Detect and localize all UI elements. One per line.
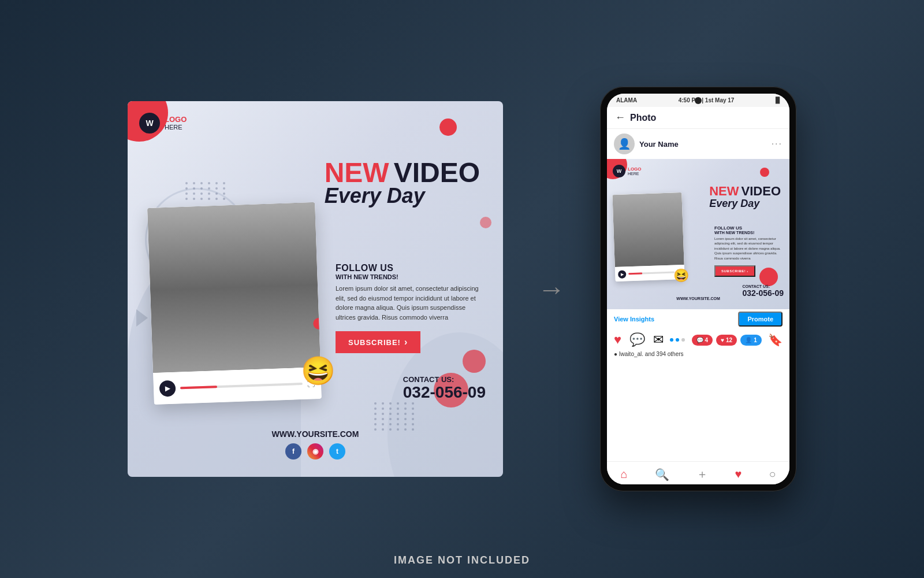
mp-logo: W LOGO HERE	[613, 165, 642, 177]
nav-title: Photo	[630, 113, 656, 123]
progress-fill	[180, 386, 217, 389]
phone-mockup: ALAMA 4:50 PM | 1st May 17 ▉ ← Photo 👤 Y…	[600, 87, 796, 491]
mp-deco-tr	[760, 168, 769, 177]
user-row: 👤 Your Name ···	[607, 129, 789, 159]
profile-nav-icon[interactable]: ○	[769, 468, 776, 481]
logo-text: LOGO HERE	[165, 116, 187, 131]
mp-new-video: NEW VIDEO	[709, 185, 781, 198]
mp-contact-number: 032-056-09	[742, 288, 784, 298]
like-count: 12	[726, 337, 732, 343]
instagram-icon[interactable]: ◉	[307, 443, 323, 460]
mp-website: WWW.YOURSITE.COM	[676, 297, 720, 301]
facebook-icon[interactable]: f	[285, 443, 301, 460]
headline-new: NEW	[325, 159, 389, 187]
headline: NEW VIDEO Every Day	[325, 159, 480, 208]
mp-subscribe-label: SUBSCRIBE!	[721, 269, 746, 273]
share-icon[interactable]: ✉	[653, 332, 664, 347]
mp-play-icon[interactable]: ▶	[618, 270, 626, 278]
mp-photo	[612, 192, 684, 267]
like-count-bubble: ♥ 12	[716, 335, 737, 346]
website-url: WWW.YOURSITE.COM	[272, 429, 359, 439]
mp-headline-new: NEW	[709, 185, 739, 198]
logo-name-line2: HERE	[165, 124, 187, 131]
user-avatar: 👤	[614, 134, 635, 154]
logo-icon: W	[139, 113, 160, 134]
follow-body: Lorem ipsum dolor sit amet, consectetur …	[336, 284, 486, 322]
comment-count-bubble: 💬 4	[692, 335, 713, 346]
liked-by-text: ●	[614, 351, 617, 357]
person-icon-small: 👤	[745, 337, 752, 343]
subscribe-arrow-icon: ›	[404, 337, 408, 347]
comment-count: 4	[705, 337, 709, 343]
twitter-icon[interactable]: t	[329, 443, 345, 460]
status-time: 4:50 PM | 1st May 17	[679, 97, 735, 103]
reaction-icons: ♥ 💬 ✉	[614, 332, 664, 347]
contact-section: CONTACT US: 032-056-09	[403, 375, 486, 402]
search-nav-icon[interactable]: 🔍	[655, 468, 669, 481]
mp-subscribe-button[interactable]: SUBSCRIBE! ›	[714, 265, 755, 277]
subscribe-button[interactable]: SUBSCRIBE! ›	[336, 331, 420, 353]
arrow-divider: →	[538, 273, 565, 305]
battery-icon: ▉	[776, 97, 780, 103]
mini-post-card: W LOGO HERE NEW VIDEO Every Day	[607, 159, 789, 309]
view-insights-link[interactable]: View Insights	[614, 316, 654, 323]
mp-contact: CONTACT US: 032-056-09	[742, 284, 784, 298]
instagram-nav: ← Photo	[607, 107, 789, 129]
heart-icon-small: ♥	[721, 337, 724, 343]
mp-logo-line2: HERE	[628, 172, 642, 176]
mp-follow-body: Lorem ipsum dolor sit amet, consectetur …	[714, 236, 784, 261]
mp-progress-fill	[628, 272, 642, 275]
dot-3	[681, 338, 685, 342]
status-icons: ▉	[776, 97, 780, 103]
play-button-icon[interactable]: ▶	[159, 380, 176, 397]
post-card: W LOGO HERE NEW VIDEO Every Day ▶	[128, 101, 503, 477]
comment-icon-small: 💬	[696, 337, 703, 343]
subscribe-label: SUBSCRIBE!	[348, 338, 401, 347]
dot-pattern-top-left	[185, 182, 228, 200]
promote-button[interactable]: Promote	[738, 312, 783, 327]
mp-logo-icon: W	[613, 165, 625, 177]
follow-subtitle: WITH NEW TRENDS!	[336, 273, 486, 280]
video-controls: ▶ ⛶	[153, 367, 322, 405]
phone-bottom-nav: ⌂ 🔍 ＋ ♥ ○	[607, 461, 789, 484]
bookmark-icon[interactable]: 🔖	[768, 333, 783, 347]
mp-emoji: 😆	[673, 268, 689, 283]
add-nav-icon[interactable]: ＋	[696, 466, 708, 482]
person-count-bubble: 👤 1	[740, 335, 762, 346]
deco-circle-small	[480, 217, 491, 228]
play-triangle-icon	[136, 309, 148, 327]
mp-headline: NEW VIDEO Every Day	[709, 185, 781, 210]
heart-icon[interactable]: ♥	[614, 332, 621, 347]
reaction-bubbles: 💬 4 ♥ 12 👤 1	[692, 335, 762, 346]
phone-screen: ALAMA 4:50 PM | 1st May 17 ▉ ← Photo 👤 Y…	[607, 94, 789, 484]
mp-headline-everyday: Every Day	[709, 198, 781, 210]
liked-by: ● Iwaito_al. and 394 others	[607, 351, 789, 360]
status-carrier: ALAMA	[616, 97, 637, 103]
progress-bar	[180, 382, 303, 388]
insights-row: View Insights Promote	[607, 309, 789, 329]
mp-logo-text: LOGO HERE	[628, 166, 642, 176]
user-info: 👤 Your Name	[614, 134, 679, 154]
deco-circle-top-right	[439, 118, 457, 136]
heart-nav-icon[interactable]: ♥	[735, 468, 742, 481]
mp-logo-line1: LOGO	[628, 166, 642, 172]
user-name: Your Name	[639, 140, 679, 149]
video-frame: ▶ ⛶	[147, 202, 322, 405]
comment-icon[interactable]: 💬	[629, 332, 645, 347]
dot-pattern-bottom-right	[374, 402, 416, 431]
dot-2	[676, 338, 679, 342]
logo-name-line1: LOGO	[165, 116, 187, 124]
person-silhouette	[147, 202, 321, 373]
main-container: W LOGO HERE NEW VIDEO Every Day ▶	[0, 64, 924, 514]
back-arrow-icon[interactable]: ←	[615, 112, 625, 124]
more-options-icon[interactable]: ···	[772, 139, 783, 149]
person-count: 1	[754, 337, 757, 343]
social-icons: f ◉ t	[285, 443, 345, 460]
reactions-row: ♥ 💬 ✉ 💬 4 ♥ 12	[607, 329, 789, 351]
headline-video: VIDEO	[394, 159, 480, 187]
mp-contact-label: CONTACT US:	[742, 284, 784, 288]
mp-follow-title: FOLLOW US	[714, 225, 784, 231]
story-dots	[670, 338, 685, 342]
mp-follow: FOLLOW US WITH NEW TRENDS! Lorem ipsum d…	[714, 225, 784, 277]
home-nav-icon[interactable]: ⌂	[620, 468, 627, 481]
